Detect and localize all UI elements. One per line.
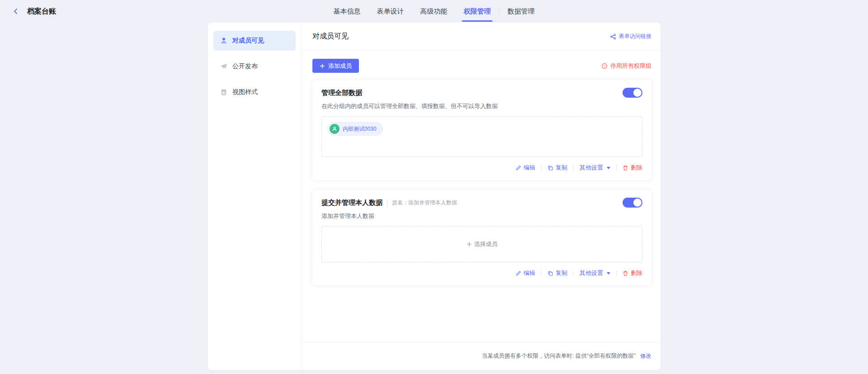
- sidebar-item-label: 视图样式: [232, 88, 258, 96]
- content-body: 添加成员 停用所有权限组 管理全部数据 在此分组内的成员可以管理全部数据、填报数…: [302, 51, 660, 370]
- sidebar-item-public-publish[interactable]: 公开发布: [213, 57, 296, 76]
- topbar: 档案台账 基本信息 表单设计 高级功能 权限管理 数据管理: [0, 0, 868, 23]
- back-button[interactable]: [11, 6, 21, 16]
- action-separator: [616, 270, 617, 276]
- action-separator: [541, 270, 542, 276]
- disable-all-permission-groups-link[interactable]: 停用所有权限组: [601, 62, 651, 70]
- sidebar-item-visible-to-members[interactable]: 对成员可见: [213, 31, 296, 51]
- other-settings-action[interactable]: 其他设置: [580, 164, 610, 172]
- group-description: 添加并管理本人数据: [321, 212, 642, 220]
- toggle-knob: [633, 89, 642, 97]
- group-original-name: 原名：添加并管理本人数据: [387, 199, 457, 207]
- copy-action-label: 复制: [556, 164, 567, 172]
- group-enabled-toggle[interactable]: [623, 88, 642, 98]
- member-icon: [220, 37, 227, 44]
- paper-plane-icon: [220, 63, 227, 70]
- copy-icon: [547, 270, 553, 276]
- view-style-icon: [220, 89, 227, 96]
- card-actions: 编辑 复制 其他设置 删除: [321, 164, 642, 172]
- content-area: 对成员可见 表单访问链接 添加成员 停用所有权限组: [302, 23, 660, 370]
- sidebar: 对成员可见 公开发布 视图样式: [208, 23, 302, 370]
- copy-icon: [547, 165, 553, 171]
- tab-advanced-features[interactable]: 高级功能: [412, 0, 456, 23]
- disable-all-label: 停用所有权限组: [610, 62, 651, 70]
- edit-action[interactable]: 编辑: [515, 164, 535, 172]
- other-settings-action[interactable]: 其他设置: [580, 269, 610, 277]
- member-chip-label: 内部测试0030: [343, 125, 377, 133]
- plus-icon: [467, 241, 472, 247]
- select-member-label: 选择成员: [474, 240, 498, 248]
- other-settings-label: 其他设置: [580, 269, 603, 277]
- prohibit-icon: [601, 63, 608, 69]
- card-head: 提交并管理本人数据 原名：添加并管理本人数据: [321, 198, 642, 208]
- tab-form-design[interactable]: 表单设计: [369, 0, 412, 23]
- group-title: 管理全部数据: [321, 89, 362, 97]
- action-separator: [541, 165, 542, 171]
- delete-action[interactable]: 删除: [623, 269, 642, 277]
- group-title: 提交并管理本人数据: [321, 199, 382, 207]
- caret-down-icon: [607, 272, 610, 275]
- other-settings-label: 其他设置: [580, 164, 603, 172]
- tab-basic-info[interactable]: 基本信息: [326, 0, 369, 23]
- topbar-left: 档案台账: [11, 6, 56, 16]
- form-access-link[interactable]: 表单访问链接: [610, 33, 651, 40]
- delete-action[interactable]: 删除: [623, 164, 642, 172]
- action-separator: [573, 270, 574, 276]
- main-panel: 对成员可见 公开发布 视图样式 对成员可见 表单访问链接: [208, 23, 660, 370]
- content-header: 对成员可见 表单访问链接: [302, 23, 660, 51]
- add-member-button-label: 添加成员: [328, 62, 352, 70]
- content-title: 对成员可见: [312, 32, 349, 41]
- permission-group-card-submit-own: 提交并管理本人数据 原名：添加并管理本人数据 添加并管理本人数据 选择成员 编辑: [312, 190, 651, 285]
- permission-group-card-manage-all: 管理全部数据 在此分组内的成员可以管理全部数据、填报数据、但不可以导入数据 内部…: [312, 80, 651, 180]
- sidebar-item-label: 公开发布: [232, 62, 258, 71]
- sidebar-item-label: 对成员可见: [232, 37, 264, 45]
- copy-action-label: 复制: [556, 269, 567, 277]
- toggle-knob: [633, 199, 642, 207]
- tab-data-management[interactable]: 数据管理: [500, 0, 543, 23]
- card-actions: 编辑 复制 其他设置 删除: [321, 269, 642, 277]
- trash-icon: [623, 270, 628, 276]
- select-member-area[interactable]: 选择成员: [321, 226, 642, 262]
- member-list-box: 内部测试0030: [321, 116, 642, 157]
- tab-permission-management[interactable]: 权限管理: [456, 0, 499, 23]
- pencil-icon: [515, 165, 521, 171]
- group-enabled-toggle[interactable]: [623, 198, 642, 208]
- content-footer: 当某成员拥有多个权限，访问表单时: 提供“全部有权限的数据” 修改: [302, 342, 660, 370]
- toolbar: 添加成员 停用所有权限组: [312, 59, 651, 73]
- form-access-link-label: 表单访问链接: [619, 33, 651, 40]
- edit-action[interactable]: 编辑: [515, 269, 535, 277]
- sidebar-item-view-style[interactable]: 视图样式: [213, 82, 296, 102]
- copy-action[interactable]: 复制: [547, 269, 567, 277]
- multi-permission-note: 当某成员拥有多个权限，访问表单时: 提供“全部有权限的数据”: [482, 352, 636, 360]
- delete-action-label: 删除: [631, 164, 642, 172]
- page-title: 档案台账: [27, 7, 56, 16]
- edit-action-label: 编辑: [524, 164, 535, 172]
- pencil-icon: [515, 270, 521, 276]
- share-icon: [610, 33, 616, 40]
- user-avatar-icon: [330, 124, 340, 134]
- card-title-wrap: 提交并管理本人数据 原名：添加并管理本人数据: [321, 199, 457, 207]
- action-separator: [616, 165, 617, 171]
- edit-action-label: 编辑: [524, 269, 535, 277]
- copy-action[interactable]: 复制: [547, 164, 567, 172]
- top-nav: 基本信息 表单设计 高级功能 权限管理 数据管理: [326, 0, 543, 23]
- trash-icon: [623, 165, 628, 171]
- group-description: 在此分组内的成员可以管理全部数据、填报数据、但不可以导入数据: [321, 102, 642, 110]
- modify-link[interactable]: 修改: [640, 352, 651, 360]
- delete-action-label: 删除: [631, 269, 642, 277]
- member-chip: 内部测试0030: [327, 122, 383, 136]
- add-member-button[interactable]: 添加成员: [312, 59, 359, 73]
- chevron-left-icon: [12, 8, 19, 15]
- card-head: 管理全部数据: [321, 88, 642, 98]
- caret-down-icon: [607, 167, 610, 169]
- card-title-wrap: 管理全部数据: [321, 89, 362, 97]
- plus-icon: [320, 63, 325, 69]
- action-separator: [573, 165, 574, 171]
